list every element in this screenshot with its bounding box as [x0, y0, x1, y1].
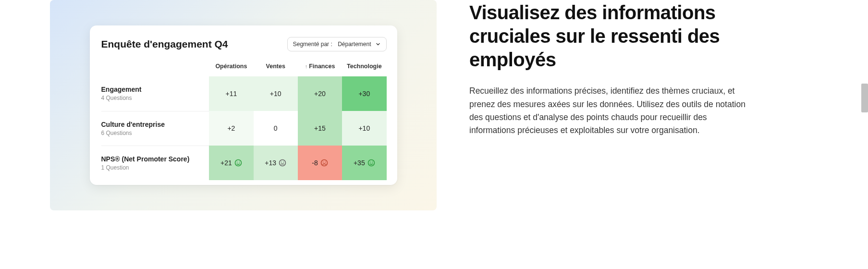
segment-by-value: Département [338, 41, 371, 48]
face-smile-icon [367, 159, 375, 167]
row-label-cell: NPS® (Net Promoter Score)1 Question [101, 146, 209, 180]
cell-value: +15 [314, 124, 326, 132]
row-title: Engagement [101, 86, 206, 93]
chevron-down-icon [375, 41, 381, 47]
svg-point-6 [321, 160, 327, 166]
face-sad-icon [320, 159, 328, 167]
svg-point-10 [369, 162, 370, 163]
cell-value: +35 [354, 159, 365, 167]
svg-point-3 [280, 160, 286, 166]
column-header[interactable]: Opérations [209, 63, 253, 76]
row-label-cell: Culture d'entreprise6 Questions [101, 111, 209, 146]
cell-value: +21 [220, 159, 232, 167]
feature-copy: Visualisez des informations cruciales su… [469, 1, 748, 137]
svg-point-7 [323, 162, 324, 163]
segment-by-label: Segmenté par : [293, 41, 332, 48]
heatmap-cell[interactable]: +35 [342, 146, 386, 180]
row-title: NPS® (Net Promoter Score) [101, 155, 206, 163]
row-subtitle: 4 Questions [101, 95, 206, 101]
cell-value: +11 [226, 90, 237, 98]
cell-value: +30 [358, 90, 370, 98]
svg-point-11 [372, 162, 373, 163]
cell-value: +13 [265, 159, 276, 167]
svg-point-0 [235, 160, 241, 166]
heatmap-cell[interactable]: +30 [342, 76, 386, 111]
face-neutral-icon [279, 159, 286, 167]
card-title: Enquête d'engagement Q4 [101, 38, 228, 50]
feature-illustration-panel: Enquête d'engagement Q4 Segmenté par : D… [50, 0, 437, 210]
cell-value: +2 [227, 124, 235, 132]
survey-heatmap-card: Enquête d'engagement Q4 Segmenté par : D… [90, 25, 397, 185]
sort-arrow-up-icon: ↑ [305, 63, 308, 69]
row-subtitle: 6 Questions [101, 130, 206, 136]
svg-point-1 [237, 162, 238, 163]
face-smile-icon [234, 159, 242, 167]
page-scrollbar-thumb[interactable] [861, 84, 868, 112]
cell-value: +20 [314, 90, 326, 98]
svg-point-4 [281, 162, 282, 163]
row-title: Culture d'entreprise [101, 121, 206, 128]
feature-heading: Visualisez des informations cruciales su… [469, 1, 748, 71]
svg-point-2 [239, 162, 240, 163]
cell-value: 0 [274, 124, 278, 132]
row-subtitle: 1 Question [101, 164, 206, 171]
heatmap-cell[interactable]: +10 [342, 111, 386, 146]
column-header[interactable]: Ventes [254, 63, 298, 76]
segment-by-dropdown[interactable]: Segmenté par : Département [287, 37, 387, 51]
heatmap-cell[interactable]: +20 [298, 76, 342, 111]
heatmap-table: Opérations Ventes ↑ Finances Tec [101, 63, 387, 180]
svg-point-5 [283, 162, 284, 163]
table-row: Engagement4 Questions+11+10+20+30 [101, 76, 387, 111]
heatmap-cell[interactable]: +13 [254, 146, 298, 180]
heatmap-cell[interactable]: -8 [298, 146, 342, 180]
cell-value: +10 [270, 90, 281, 98]
heatmap-cell[interactable]: +21 [209, 146, 253, 180]
table-header-row: Opérations Ventes ↑ Finances Tec [101, 63, 387, 76]
heatmap-cell[interactable]: +2 [209, 111, 253, 146]
cell-value: -8 [312, 159, 318, 167]
column-header[interactable]: ↑ Finances [298, 63, 342, 76]
heatmap-cell[interactable]: +11 [209, 76, 253, 111]
feature-body: Recueillez des informations précises, id… [469, 85, 748, 137]
svg-point-9 [368, 160, 374, 166]
heatmap-cell[interactable]: 0 [254, 111, 298, 146]
heatmap-cell[interactable]: +10 [254, 76, 298, 111]
table-row: Culture d'entreprise6 Questions+20+15+10 [101, 111, 387, 146]
row-label-cell: Engagement4 Questions [101, 76, 209, 111]
heatmap-cell[interactable]: +15 [298, 111, 342, 146]
cell-value: +10 [358, 124, 370, 132]
column-header[interactable]: Technologie [342, 63, 386, 76]
svg-point-8 [325, 162, 326, 163]
table-row: NPS® (Net Promoter Score)1 Question+21+1… [101, 146, 387, 180]
